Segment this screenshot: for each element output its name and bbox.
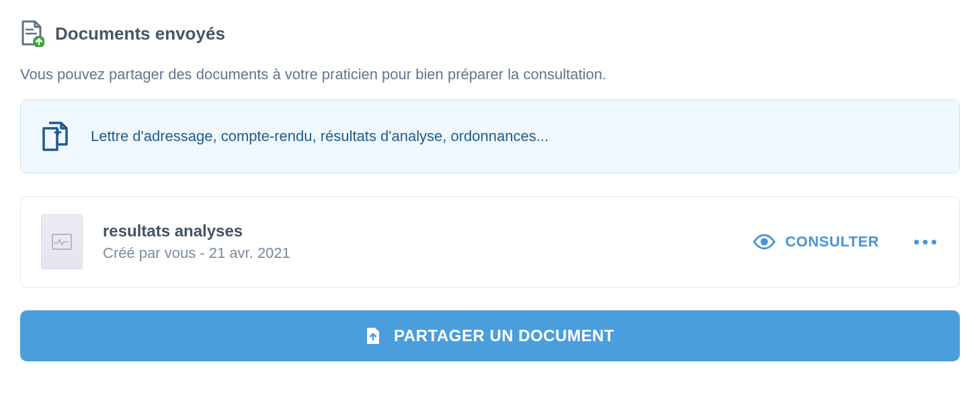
info-banner: Lettre d'adressage, compte-rendu, résult… bbox=[20, 99, 960, 173]
document-meta: Créé par vous - 21 avr. 2021 bbox=[103, 244, 753, 262]
section-header: Documents envoyés bbox=[20, 20, 960, 47]
info-banner-text: Lettre d'adressage, compte-rendu, résult… bbox=[91, 128, 548, 145]
more-dot-icon bbox=[914, 240, 919, 244]
more-options-button[interactable] bbox=[911, 237, 939, 247]
document-actions: CONSULTER bbox=[753, 233, 939, 251]
file-upload-icon bbox=[366, 326, 380, 345]
svg-point-5 bbox=[761, 238, 768, 246]
view-button-label: CONSULTER bbox=[785, 233, 879, 251]
documents-stack-icon bbox=[40, 120, 72, 152]
eye-icon bbox=[753, 234, 776, 250]
more-dot-icon bbox=[923, 240, 928, 244]
share-document-button[interactable]: PARTAGER UN DOCUMENT bbox=[20, 310, 960, 361]
share-button-label: PARTAGER UN DOCUMENT bbox=[394, 326, 614, 345]
view-button[interactable]: CONSULTER bbox=[753, 233, 879, 251]
more-dot-icon bbox=[932, 240, 936, 244]
document-card: resultats analyses Créé par vous - 21 av… bbox=[20, 196, 960, 287]
section-description: Vous pouvez partager des documents à vot… bbox=[20, 66, 960, 83]
documents-sent-icon bbox=[20, 20, 44, 47]
document-name: resultats analyses bbox=[103, 222, 753, 240]
document-info: resultats analyses Créé par vous - 21 av… bbox=[103, 222, 753, 262]
document-thumbnail bbox=[41, 214, 83, 269]
section-title: Documents envoyés bbox=[55, 24, 225, 44]
